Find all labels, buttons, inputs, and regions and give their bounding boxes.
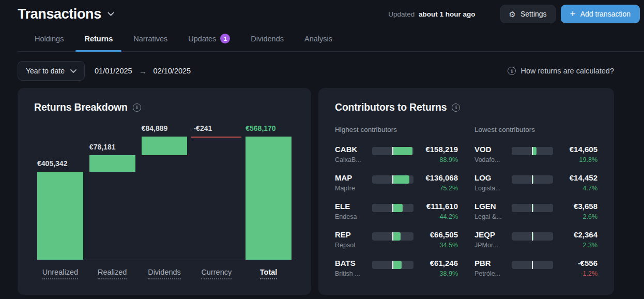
active-tab-underline [75, 50, 121, 52]
ticker-symbol[interactable]: BATS [335, 259, 372, 268]
cards-row: Returns Breakdown i €405,342€78,181€84,8… [18, 88, 614, 295]
contribution-bar [512, 261, 553, 269]
tab-holdings[interactable]: Holdings [26, 27, 72, 51]
waterfall-bar-realized[interactable] [89, 155, 135, 172]
contributor-identity: JEQPJPMor... [474, 230, 512, 249]
waterfall-axis-label-currency[interactable]: Currency [201, 268, 232, 279]
ticker-symbol[interactable]: LGEN [474, 202, 512, 212]
lowest-rows: VODVodafo...€14,60519.8%LOGLogista...€14… [474, 145, 597, 279]
ticker-symbol[interactable]: VOD [474, 145, 512, 155]
contributor-values: €61,24638.9% [413, 259, 458, 277]
contribution-percent: 4.7% [553, 185, 597, 192]
contribution-percent: -1.2% [553, 270, 597, 277]
waterfall-xcol-unrealized: Unrealized [34, 267, 86, 279]
contributor-identity: BATSBritish ... [335, 259, 372, 277]
lowest-contributors-column: Lowest contributors VODVodafo...€14,6051… [474, 126, 597, 287]
contributor-identity: VODVodafo... [474, 145, 512, 163]
help-link-label: How returns are calculated? [520, 67, 614, 75]
contribution-bar-fill [532, 147, 536, 155]
ticker-symbol[interactable]: ELE [335, 202, 372, 212]
contribution-bar-fill [393, 147, 412, 155]
contributor-row-pbr[interactable]: PBRPetróle...-€556-1.2% [474, 259, 597, 279]
ticker-symbol[interactable]: PBR [474, 259, 512, 268]
settings-button[interactable]: ⚙ Settings [500, 5, 556, 23]
company-name: Repsol [335, 242, 372, 249]
tab-analysis[interactable]: Analysis [296, 27, 341, 51]
waterfall-xcol-currency: Currency [190, 267, 242, 279]
contributor-row-cabk[interactable]: CABKCaixaB...€158,21988.9% [335, 145, 458, 166]
waterfall-value-label-realized: €78,181 [89, 143, 116, 151]
waterfall-bar-dividends[interactable] [142, 137, 188, 155]
contributor-row-bats[interactable]: BATSBritish ...€61,24638.9% [335, 259, 458, 279]
date-range-label: Year to date [26, 67, 65, 75]
ticker-symbol[interactable]: LOG [474, 173, 512, 183]
contributors-header: Contributors to Returns i [335, 101, 597, 113]
waterfall-axis-label-dividends[interactable]: Dividends [148, 268, 181, 279]
contribution-percent: 34.5% [413, 242, 458, 249]
tab-returns[interactable]: Returns [75, 27, 121, 51]
contributor-row-jeqp[interactable]: JEQPJPMor...€2,3642.3% [474, 230, 597, 251]
contribution-bar-zero-divider [392, 261, 393, 269]
arrow-right-icon: → [139, 67, 147, 76]
contribution-bar [512, 147, 553, 155]
contribution-bar [372, 204, 413, 212]
contribution-bar [372, 261, 413, 269]
contribution-bar-zero-divider [532, 204, 533, 212]
contributor-row-vod[interactable]: VODVodafo...€14,60519.8% [474, 145, 597, 166]
contributor-values: €111,61044.2% [413, 202, 458, 220]
info-icon[interactable]: i [133, 103, 141, 112]
add-transaction-button[interactable]: + Add transaction [561, 5, 640, 23]
updated-label: Updated [388, 10, 415, 18]
date-to[interactable]: 02/10/2025 [154, 67, 191, 75]
contributor-row-log[interactable]: LOGLogista...€14,4524.7% [474, 173, 597, 194]
waterfall-plot: €405,342€78,181€84,889-€241€568,170 [34, 137, 295, 260]
how-returns-calculated-link[interactable]: i How returns are calculated? [508, 67, 614, 75]
waterfall-axis-label-total[interactable]: Total [260, 268, 278, 279]
waterfall-bar-unrealized[interactable] [37, 172, 83, 260]
contribution-amount: €136,068 [413, 173, 458, 183]
contribution-percent: 2.3% [553, 242, 597, 249]
tab-updates[interactable]: Updates1 [179, 27, 239, 51]
date-range-select[interactable]: Year to date [18, 61, 85, 81]
contribution-bar [372, 232, 413, 241]
date-from[interactable]: 01/01/2025 [95, 67, 132, 75]
contributor-row-lgen[interactable]: LGENLegal &...€3,6582.6% [474, 202, 597, 222]
waterfall-bar-currency[interactable] [191, 137, 241, 138]
contributor-row-map[interactable]: MAPMapfre€136,06875.2% [335, 173, 458, 194]
plus-icon: + [570, 9, 576, 18]
contributor-values: -€556-1.2% [553, 259, 597, 277]
filter-row: Year to date 01/01/2025 → 02/10/2025 i H… [18, 61, 614, 81]
ticker-symbol[interactable]: MAP [335, 173, 372, 183]
ticker-symbol[interactable]: JEQP [474, 230, 512, 240]
date-range-display: 01/01/2025 → 02/10/2025 [95, 67, 191, 76]
waterfall-column-dividends: €84,889 [139, 137, 191, 260]
company-name: Vodafo... [474, 156, 512, 163]
contribution-amount: €66,505 [413, 230, 458, 240]
contribution-bar [512, 175, 553, 184]
lowest-contributors-header: Lowest contributors [474, 126, 597, 133]
waterfall-axis-label-unrealized[interactable]: Unrealized [42, 268, 78, 279]
ticker-symbol[interactable]: REP [335, 230, 372, 240]
info-icon[interactable]: i [452, 103, 460, 112]
waterfall-value-label-unrealized: €405,342 [37, 159, 67, 168]
company-name: Mapfre [335, 185, 372, 192]
waterfall-bar-total[interactable] [246, 137, 292, 260]
contributor-values: €2,3642.3% [553, 230, 597, 249]
tabs: HoldingsReturnsNarrativesUpdates1Dividen… [18, 27, 644, 52]
page-title: Transactions [18, 6, 101, 22]
page-title-group[interactable]: Transactions [18, 6, 114, 22]
contribution-percent: 88.9% [413, 156, 458, 163]
title-chevron-down-icon[interactable] [108, 12, 114, 16]
waterfall-value-label-currency: -€241 [193, 124, 212, 132]
waterfall-axis-label-realized[interactable]: Realized [98, 268, 127, 279]
contributor-row-ele[interactable]: ELEEndesa€111,61044.2% [335, 202, 458, 222]
page-header: Transactions Updated about 1 hour ago ⚙ … [0, 0, 644, 23]
tab-narratives[interactable]: Narratives [125, 27, 176, 51]
company-name: Legal &... [474, 213, 512, 220]
contribution-amount: €111,610 [413, 202, 458, 212]
waterfall-value-label-total: €568,170 [246, 124, 275, 132]
tab-dividends[interactable]: Dividends [242, 27, 293, 51]
contributor-row-rep[interactable]: REPRepsol€66,50534.5% [335, 230, 458, 251]
contribution-bar-zero-divider [532, 147, 533, 155]
ticker-symbol[interactable]: CABK [335, 145, 372, 155]
